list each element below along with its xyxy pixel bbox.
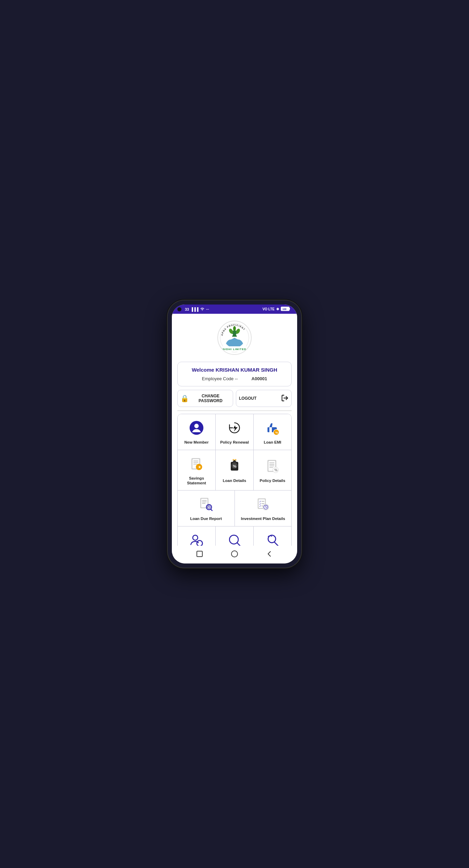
svg-point-58 — [197, 541, 203, 546]
menu-loan-details[interactable]: % Loan Details — [216, 450, 254, 491]
loan-emi-label: Loan EMI — [264, 440, 281, 445]
svg-rect-31 — [269, 466, 275, 466]
action-buttons: 🔒 CHANGE PASSWORD LOGOUT — [177, 390, 292, 407]
search-main-icon — [227, 533, 242, 546]
status-left: 33 ▐▐▐ ··· — [177, 307, 209, 311]
signal-icon: ▐▐▐ — [190, 307, 198, 311]
divider — [177, 410, 292, 411]
logout-icon — [281, 394, 289, 403]
menu-savings-statement[interactable]: ★ Savings Statement — [178, 450, 216, 491]
svg-text:NIDHI LIMITED: NIDHI LIMITED — [223, 348, 246, 351]
svg-text:✓: ✓ — [259, 505, 262, 508]
status-time: 33 — [185, 307, 189, 311]
menu-loan-due-report[interactable]: Loan Due Report — [178, 491, 235, 526]
nav-square-button[interactable] — [195, 549, 204, 559]
policy-details-label: Policy Details — [260, 479, 286, 483]
logout-label: LOGOUT — [239, 396, 256, 401]
svg-rect-32 — [269, 467, 273, 468]
nav-home-button[interactable] — [230, 549, 239, 559]
change-password-button[interactable]: 🔒 CHANGE PASSWORD — [177, 390, 233, 407]
menu-row-3: Loan Due Report ✓ ✓ — [178, 491, 291, 526]
employee-value: A00001 — [252, 376, 267, 381]
status-bar: 33 ▐▐▐ ··· VO LTE ✱ 100 — [172, 305, 297, 314]
employee-label: Employee Code -- — [202, 376, 238, 381]
svg-point-57 — [193, 535, 198, 541]
svg-rect-50 — [262, 504, 264, 504]
phone-frame: 33 ▐▐▐ ··· VO LTE ✱ 100 — [168, 300, 301, 568]
welcome-card: Welcome KRISHAN KUMAR SINGH Employee Cod… — [177, 362, 292, 386]
welcome-title: Welcome KRISHAN KUMAR SINGH — [185, 367, 284, 373]
svg-line-41 — [211, 509, 212, 511]
wifi-icon — [200, 307, 205, 311]
vo-lte: VO LTE — [263, 307, 275, 311]
search-alt-icon — [265, 533, 280, 546]
loan-emi-icon: % — [265, 420, 280, 437]
svg-rect-19 — [193, 461, 199, 461]
camera-notch — [177, 307, 181, 311]
svg-rect-37 — [202, 500, 207, 501]
svg-text:%: % — [275, 431, 278, 434]
menu-policy-renewal[interactable]: Policy Renewal — [216, 414, 254, 450]
menu-search-main[interactable] — [216, 526, 254, 546]
menu-policy-details[interactable]: % Policy Details — [254, 450, 291, 491]
svg-line-61 — [237, 543, 240, 546]
battery-icon: 100 — [281, 307, 290, 312]
menu-investment-plan[interactable]: ✓ ✓ ✓ — [235, 491, 292, 526]
screen-content: APNA PROFICIENT — [172, 314, 297, 546]
change-password-label: CHANGE PASSWORD — [191, 394, 230, 403]
policy-details-icon: % — [265, 459, 280, 476]
menu-grid: New Member Policy Renewal — [177, 414, 292, 546]
search-person-icon — [189, 533, 204, 546]
svg-text:%: % — [275, 468, 278, 472]
svg-point-65 — [231, 551, 238, 557]
svg-line-63 — [275, 542, 279, 546]
svg-rect-39 — [202, 503, 205, 504]
policy-renewal-label: Policy Renewal — [220, 440, 249, 445]
svg-text:%: % — [233, 464, 236, 468]
svg-rect-1 — [289, 308, 290, 310]
nav-back-button[interactable] — [265, 549, 274, 559]
menu-row-4 — [178, 526, 291, 546]
svg-point-9 — [233, 326, 236, 331]
svg-rect-64 — [197, 551, 202, 557]
bluetooth-icon: ✱ — [276, 307, 279, 311]
loan-due-report-icon — [199, 497, 214, 514]
menu-row-1: New Member Policy Renewal — [178, 414, 291, 450]
svg-line-44 — [209, 507, 210, 508]
nav-bar — [172, 546, 297, 563]
svg-text:100: 100 — [282, 308, 287, 310]
menu-row-2: ★ Savings Statement — [178, 450, 291, 491]
menu-new-member[interactable]: New Member — [178, 414, 216, 450]
employee-row: Employee Code -- A00001 — [185, 376, 284, 381]
svg-rect-30 — [269, 464, 275, 464]
menu-loan-emi[interactable]: % Loan EMI — [254, 414, 291, 450]
svg-text:★: ★ — [198, 465, 201, 469]
logo-area: APNA PROFICIENT — [172, 314, 297, 358]
investment-plan-label: Investment Plan Details — [241, 517, 285, 521]
svg-rect-20 — [193, 462, 199, 463]
new-member-label: New Member — [185, 440, 209, 445]
investment-plan-icon: ✓ ✓ ✓ — [255, 497, 270, 514]
status-right: VO LTE ✱ 100 — [263, 307, 290, 312]
svg-rect-21 — [193, 464, 197, 464]
loan-details-icon: % — [227, 459, 242, 476]
dots-icon: ··· — [206, 307, 209, 311]
menu-search-alt[interactable] — [254, 526, 291, 546]
app-logo: APNA PROFICIENT — [217, 321, 252, 355]
policy-renewal-icon — [227, 420, 242, 437]
savings-statement-icon: ★ — [189, 456, 204, 473]
lock-icon: 🔒 — [180, 394, 189, 402]
svg-rect-38 — [202, 502, 207, 503]
logout-button[interactable]: LOGOUT — [236, 390, 292, 407]
phone-screen: 33 ▐▐▐ ··· VO LTE ✱ 100 — [172, 305, 297, 563]
svg-rect-48 — [262, 501, 264, 502]
savings-statement-label: Savings Statement — [180, 476, 213, 486]
loan-due-report-label: Loan Due Report — [190, 517, 222, 521]
new-member-icon — [189, 420, 204, 437]
loan-details-label: Loan Details — [223, 479, 246, 483]
svg-rect-29 — [269, 462, 275, 463]
svg-point-14 — [194, 424, 199, 428]
menu-search-person[interactable] — [178, 526, 216, 546]
